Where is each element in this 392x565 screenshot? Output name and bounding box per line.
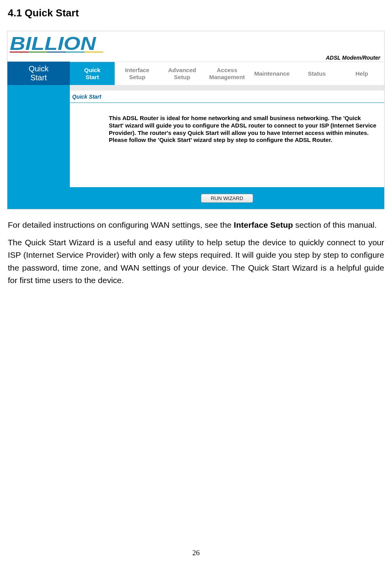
device-label: ADSL Modem/Router	[326, 55, 380, 61]
logo-text: BILLION	[10, 33, 96, 54]
paragraph-1: For detailed instructions on configuring…	[8, 219, 384, 232]
logo-stripes	[10, 51, 103, 53]
tab-status[interactable]: Status	[294, 62, 339, 85]
tab-access-management[interactable]: Access Management	[204, 62, 249, 85]
tab-advanced-setup[interactable]: Advanced Setup	[160, 62, 204, 85]
page-number: 26	[0, 549, 392, 557]
subsection-label: Quick Start	[70, 94, 101, 100]
tab-quick-start[interactable]: Quick Start	[70, 62, 115, 85]
paragraph-2: The Quick Start Wizard is a useful and e…	[8, 236, 384, 287]
wizard-description: This ADSL Router is ideal for home netwo…	[109, 115, 377, 144]
section-heading: 4.1 Quick Start	[7, 7, 385, 19]
tab-maintenance[interactable]: Maintenance	[250, 62, 294, 85]
screenshot-figure: BILLION ADSL Modem/Router Quick Start Qu…	[7, 31, 385, 209]
nav-section-title: Quick Start	[7, 62, 70, 85]
run-wizard-button[interactable]: RUN WIZARD	[201, 194, 253, 203]
tab-interface-setup[interactable]: Interface Setup	[115, 62, 160, 85]
tab-help[interactable]: Help	[339, 62, 384, 85]
